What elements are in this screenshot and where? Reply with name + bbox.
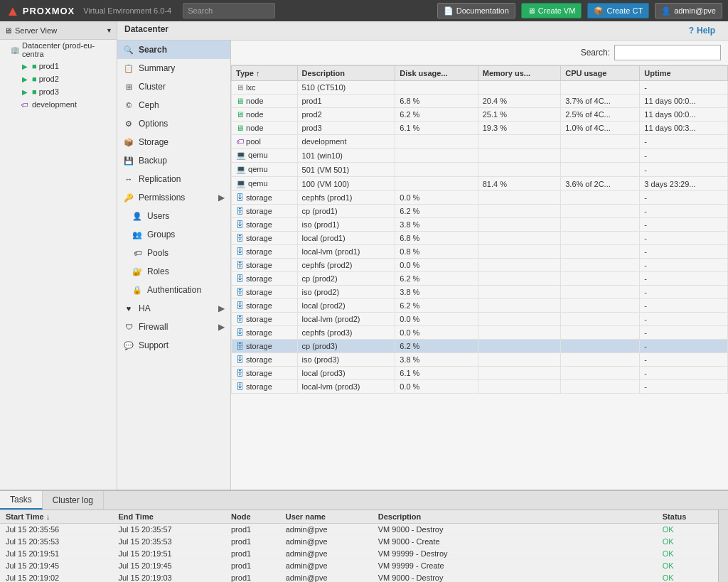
cell-memory: 20.4 % xyxy=(478,95,560,108)
nav-item-permissions[interactable]: 🔑 Permissions ▶ xyxy=(117,188,230,207)
create-vm-button[interactable]: 🖥 Create VM xyxy=(521,3,582,18)
pools-icon: 🏷 xyxy=(132,247,143,259)
col-disk[interactable]: Disk usage... xyxy=(395,66,478,81)
sidebar-item-prod2[interactable]: ▶ ■ prod2 xyxy=(0,72,117,85)
cell-memory xyxy=(478,149,560,163)
cell-type: 🗄 storage xyxy=(232,299,298,313)
table-row[interactable]: 🗄 storage cp (prod1) 6.2 % - xyxy=(232,205,728,218)
col-memory[interactable]: Memory us... xyxy=(478,66,560,81)
nav-item-ceph[interactable]: © Ceph xyxy=(117,96,230,114)
table-row[interactable]: 🗄 storage cephfs (prod3) 0.0 % - xyxy=(232,326,728,340)
table-row[interactable]: 🖥 lxc 510 (CT510) - xyxy=(232,81,728,95)
table-search-input[interactable] xyxy=(614,45,721,60)
nav-item-authentication[interactable]: 🔒 Authentication xyxy=(117,281,230,299)
nav-item-ha[interactable]: ♥ HA ▶ xyxy=(117,299,230,318)
table-row[interactable]: 💻 qemu 100 (VM 100) 81.4 % 3.6% of 2C...… xyxy=(232,177,728,191)
cell-disk: 6.2 % xyxy=(395,340,478,353)
server-view-header[interactable]: 🖥 Server View ▼ xyxy=(0,21,117,40)
table-row[interactable]: 🗄 storage local-lvm (prod1) 0.8 % - xyxy=(232,245,728,259)
sidebar-item-development[interactable]: 🏷 development xyxy=(0,98,117,111)
data-header: Search: xyxy=(231,41,728,65)
table-row[interactable]: 💻 qemu 101 (win10) - xyxy=(232,149,728,163)
table-row[interactable]: 🗄 storage local-lvm (prod3) 0.0 % - xyxy=(232,380,728,394)
logo-text: PROXMOX xyxy=(23,6,75,16)
nav-item-roles[interactable]: 🔐 Roles xyxy=(117,262,230,281)
type-icon: 🗄 xyxy=(236,247,244,256)
table-row[interactable]: 🗄 storage local-lvm (prod2) 0.0 % - xyxy=(232,313,728,326)
search-label: Search: xyxy=(581,48,610,58)
table-row[interactable]: 🗄 storage local (prod2) 6.2 % - xyxy=(232,299,728,313)
nav-item-groups[interactable]: 👥 Groups xyxy=(117,225,230,244)
nav-item-backup[interactable]: 💾 Backup xyxy=(117,151,230,170)
col-cpu[interactable]: CPU usage xyxy=(561,66,640,81)
nav-item-replication[interactable]: ↔ Replication xyxy=(117,170,230,188)
table-row[interactable]: 💻 qemu 501 (VM 501) - xyxy=(232,163,728,177)
tab-cluster-log[interactable]: Cluster log xyxy=(43,491,104,510)
nav-item-options[interactable]: ⚙ Options xyxy=(117,114,230,133)
list-item[interactable]: Jul 15 20:19:45 Jul 15 20:19:45 prod1 ad… xyxy=(0,560,718,572)
list-item[interactable]: Jul 15 20:35:56 Jul 15 20:35:57 prod1 ad… xyxy=(0,524,718,536)
cell-desc: VM 99999 - Destroy xyxy=(373,548,657,560)
cell-description: local-lvm (prod2) xyxy=(297,313,395,326)
cell-type: 💻 qemu xyxy=(232,163,298,177)
documentation-button[interactable]: 📄 Documentation xyxy=(437,3,515,18)
nav-item-pools[interactable]: 🏷 Pools xyxy=(117,244,230,262)
list-item[interactable]: Jul 15 20:19:02 Jul 15 20:19:03 prod1 ad… xyxy=(0,572,718,583)
type-icon: 🗄 xyxy=(236,261,244,269)
admin-button[interactable]: 👤 admin@pve xyxy=(655,3,722,18)
cell-type: 🖥 lxc xyxy=(232,81,298,95)
cell-disk: 6.2 % xyxy=(395,272,478,286)
col-uptime[interactable]: Uptime xyxy=(640,66,728,81)
create-ct-icon: 📦 xyxy=(594,6,604,16)
table-row[interactable]: 🖥 node prod2 6.2 % 25.1 % 2.5% of 4C... … xyxy=(232,108,728,122)
cell-memory xyxy=(478,81,560,95)
cell-uptime: - xyxy=(640,299,728,313)
type-icon: 🖥 xyxy=(236,83,244,92)
nav-item-support[interactable]: 💬 Support xyxy=(117,336,230,355)
table-row[interactable]: 🗄 storage local (prod3) 6.1 % - xyxy=(232,367,728,380)
nav-item-users[interactable]: 👤 Users xyxy=(117,207,230,225)
table-row[interactable]: 🗄 storage iso (prod1) 3.8 % - xyxy=(232,218,728,232)
sidebar-item-prod1[interactable]: ▶ ■ prod1 xyxy=(0,60,117,72)
cell-cpu: 2.5% of 4C... xyxy=(561,108,640,122)
table-row[interactable]: 🖥 node prod1 6.8 % 20.4 % 3.7% of 4C... … xyxy=(232,95,728,108)
type-icon: 🖥 xyxy=(236,97,244,105)
cell-end: Jul 15 20:19:45 xyxy=(113,560,226,572)
cell-memory xyxy=(478,367,560,380)
cell-cpu xyxy=(561,259,640,272)
table-row[interactable]: 🗄 storage iso (prod2) 3.8 % - xyxy=(232,286,728,299)
table-row[interactable]: 🗄 storage cp (prod2) 6.2 % - xyxy=(232,272,728,286)
list-item[interactable]: Jul 15 20:19:51 Jul 15 20:19:51 prod1 ad… xyxy=(0,548,718,560)
col-description[interactable]: Description xyxy=(297,66,395,81)
bottom-col-user: User name xyxy=(280,510,373,524)
table-row[interactable]: 🗄 storage cephfs (prod1) 0.0 % - xyxy=(232,191,728,205)
create-ct-button[interactable]: 📦 Create CT xyxy=(587,3,649,18)
help-button[interactable]: ? Help xyxy=(683,24,721,37)
nav-item-firewall[interactable]: 🛡 Firewall ▶ xyxy=(117,318,230,336)
logo-icon: ▲ xyxy=(6,3,20,19)
data-area: Search: Type ↑ Description Disk usage...… xyxy=(231,41,728,490)
tab-tasks[interactable]: Tasks xyxy=(0,491,43,510)
table-row[interactable]: 🗄 storage iso (prod3) 3.8 % - xyxy=(232,353,728,367)
nav-item-summary[interactable]: 📋 Summary xyxy=(117,59,230,77)
nav-item-cluster[interactable]: ⊞ Cluster xyxy=(117,77,230,96)
nav-item-storage[interactable]: 📦 Storage xyxy=(117,133,230,151)
col-type[interactable]: Type ↑ xyxy=(232,66,298,81)
sidebar-item-datacenter[interactable]: 🏢 Datacenter (prod-eu-centra xyxy=(0,40,117,60)
search-nav-icon: 🔍 xyxy=(123,44,134,55)
table-row[interactable]: 🗄 storage local (prod1) 6.8 % - xyxy=(232,232,728,245)
sidebar: 🖥 Server View ▼ 🏢 Datacenter (prod-eu-ce… xyxy=(0,21,117,490)
table-row[interactable]: 🗄 storage cp (prod3) 6.2 % - xyxy=(232,340,728,353)
middle-panel: Datacenter ? Help 🔍 Search 📋 Summary ⊞ xyxy=(117,21,728,490)
table-row[interactable]: 🏷 pool development - xyxy=(232,135,728,149)
breadcrumb: Datacenter ? Help xyxy=(117,21,728,41)
list-item[interactable]: Jul 15 20:35:53 Jul 15 20:35:53 prod1 ad… xyxy=(0,536,718,548)
nav-item-search[interactable]: 🔍 Search xyxy=(117,41,230,59)
cell-memory xyxy=(478,135,560,149)
table-row[interactable]: 🗄 storage cephfs (prod2) 0.0 % - xyxy=(232,259,728,272)
sidebar-item-prod3[interactable]: ▶ ■ prod3 xyxy=(0,85,117,98)
cell-uptime: 11 days 00:0... xyxy=(640,95,728,108)
scrollbar[interactable] xyxy=(718,510,728,582)
table-row[interactable]: 🖥 node prod3 6.1 % 19.3 % 1.0% of 4C... … xyxy=(232,122,728,135)
search-input[interactable] xyxy=(183,3,275,18)
